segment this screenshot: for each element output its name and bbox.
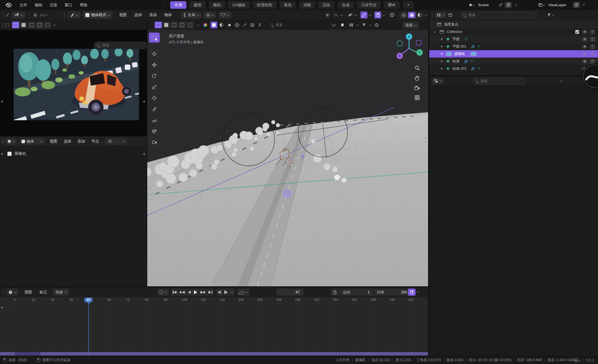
snap-vertex-icon[interactable]	[218, 22, 225, 28]
falloff-dropdown-chevron[interactable]	[45, 13, 48, 16]
auto-keying-toggle[interactable]	[157, 289, 169, 296]
select-new-icon[interactable]	[155, 22, 162, 28]
keyframe-slider-dropdown[interactable]	[11, 12, 25, 18]
viewport-menu-item[interactable]: 视图	[115, 11, 130, 19]
pan-hand-icon[interactable]	[415, 76, 420, 82]
shader-type-selector[interactable]: 物体	[19, 138, 45, 145]
modifier-wrench-icon[interactable]	[471, 45, 475, 48]
viewport-3d[interactable]: Z 选项	[147, 20, 428, 286]
bookmark-icon[interactable]	[339, 22, 346, 28]
tool-move[interactable]	[149, 60, 160, 70]
mesh-data-icon[interactable]: ▽	[465, 37, 467, 41]
tool-transform[interactable]	[149, 93, 160, 103]
topbar-menu-item[interactable]: 文件	[16, 1, 31, 9]
render-region-icon[interactable]	[388, 12, 395, 18]
image-search-input[interactable]	[102, 43, 144, 48]
timeline-menu-item[interactable]: 标记	[36, 289, 51, 296]
properties-header-chevron[interactable]	[560, 79, 563, 82]
tool-annotate[interactable]	[149, 104, 160, 114]
workspace-tab[interactable]: 动画	[299, 1, 315, 9]
overlays-toggle-icon[interactable]	[361, 12, 367, 18]
workspace-tab[interactable]: 合成	[338, 1, 354, 9]
expand-arrow[interactable]	[441, 53, 443, 55]
drag-grip[interactable]	[2, 290, 5, 295]
snap-edgecenter-icon[interactable]	[249, 22, 256, 28]
falloff-icon[interactable]	[332, 12, 339, 18]
pivot-point-dropdown[interactable]	[204, 12, 216, 19]
filter-chevron[interactable]	[552, 13, 555, 16]
overlays-chevron[interactable]	[369, 13, 371, 16]
camera-data-icon[interactable]	[470, 52, 477, 56]
xray-chevron[interactable]	[382, 13, 385, 16]
keying-chevron[interactable]	[417, 290, 420, 293]
gizmo-chevron[interactable]	[355, 13, 357, 16]
transform-orientation[interactable]: 全局	[181, 12, 201, 19]
options-button[interactable]: 选项	[403, 22, 419, 29]
timeline-ruler[interactable]: 0122436607284961081201321441561681801922…	[0, 297, 428, 304]
tree-view-icon[interactable]	[348, 22, 355, 28]
outliner-row-plane[interactable]: 平面 ▽	[429, 35, 598, 43]
snap-increment-icon[interactable]	[210, 22, 217, 28]
outliner-row-plane-001[interactable]: 平面.001 ▽	[429, 43, 598, 50]
shading-rendered-icon[interactable]	[408, 12, 415, 18]
next-keyframe-button[interactable]	[199, 291, 207, 294]
zoom-icon[interactable]	[415, 65, 420, 71]
material-preview-icon[interactable]	[203, 23, 207, 27]
timeline-tracks[interactable]	[0, 304, 428, 356]
shader-menu-item[interactable]: 选择	[60, 138, 74, 145]
proportional-chevron[interactable]	[340, 13, 343, 16]
workspace-tab[interactable]: 脚本	[384, 1, 400, 9]
hide-eye-icon[interactable]	[582, 52, 587, 56]
shader-editor-type[interactable]	[6, 138, 17, 145]
select-intersect-icon[interactable]	[186, 22, 194, 28]
grid-toggle-icon[interactable]	[415, 95, 420, 101]
loop-toggle[interactable]	[237, 289, 250, 296]
shading-chevron[interactable]	[425, 13, 428, 16]
properties-search-input[interactable]	[480, 79, 523, 83]
topbar-menu-item[interactable]: 编辑	[31, 1, 46, 9]
region-collapse-arrow[interactable]	[425, 137, 426, 139]
expand-arrow[interactable]	[441, 60, 443, 62]
viewlayer-name[interactable]: ViewLayer	[548, 3, 566, 7]
region-collapse-arrow[interactable]	[143, 100, 145, 103]
hide-eye-icon[interactable]	[582, 30, 587, 33]
playback-dropdown[interactable]: 回放	[53, 289, 69, 296]
outliner-search-input[interactable]	[468, 13, 534, 17]
tool-scale[interactable]	[149, 82, 160, 92]
outliner-row-scene-collection[interactable]: 场景集合	[429, 21, 598, 28]
viewport-menu-item[interactable]: 物体	[161, 11, 176, 19]
play-reverse-button[interactable]	[186, 291, 192, 294]
show-gizmo-icon[interactable]	[347, 12, 353, 18]
select-mode-chevron[interactable]	[53, 23, 56, 26]
outliner-row-collection[interactable]: Collection	[429, 28, 598, 35]
annotate-arc-icon[interactable]	[5, 12, 11, 18]
summary-track-strip[interactable]	[0, 352, 428, 355]
tree-view-chevron[interactable]	[356, 23, 359, 26]
hide-eye-icon[interactable]	[582, 38, 587, 41]
snap-perpendicular-icon[interactable]: Z	[256, 22, 263, 28]
close-scene-icon[interactable]: ✕	[514, 2, 518, 7]
workspace-tab[interactable]: 纹理绘制	[253, 1, 277, 9]
viewport-menu-item[interactable]: 添加	[146, 11, 161, 19]
viewport-search[interactable]	[267, 22, 304, 28]
properties-search[interactable]	[472, 77, 527, 85]
shader-menu-item[interactable]: 节点	[88, 138, 102, 145]
pin-icon[interactable]	[499, 3, 503, 7]
drag-grip[interactable]	[2, 139, 4, 144]
falloff-curve-icon[interactable]	[39, 12, 45, 18]
topbar-menu-item[interactable]: 帮助	[76, 1, 91, 9]
expand-arrow[interactable]	[441, 45, 443, 48]
drag-grip[interactable]	[431, 12, 433, 18]
select-subtract-icon[interactable]	[170, 22, 178, 28]
slot-selector[interactable]: 槽	[106, 138, 127, 145]
image-editor-search[interactable]	[94, 42, 148, 49]
scene-name[interactable]: Scene	[478, 3, 489, 7]
modifier-wrench-icon[interactable]	[464, 60, 468, 63]
play-button[interactable]	[192, 290, 199, 294]
modifier-wrench-icon[interactable]	[471, 67, 475, 71]
collection-checkbox[interactable]	[575, 30, 579, 34]
snap-face-icon[interactable]	[233, 22, 240, 28]
drag-grip[interactable]	[63, 12, 66, 18]
timeline-editor-type[interactable]	[6, 289, 18, 296]
navigation-gizmo[interactable]: Z X Y	[393, 31, 425, 63]
